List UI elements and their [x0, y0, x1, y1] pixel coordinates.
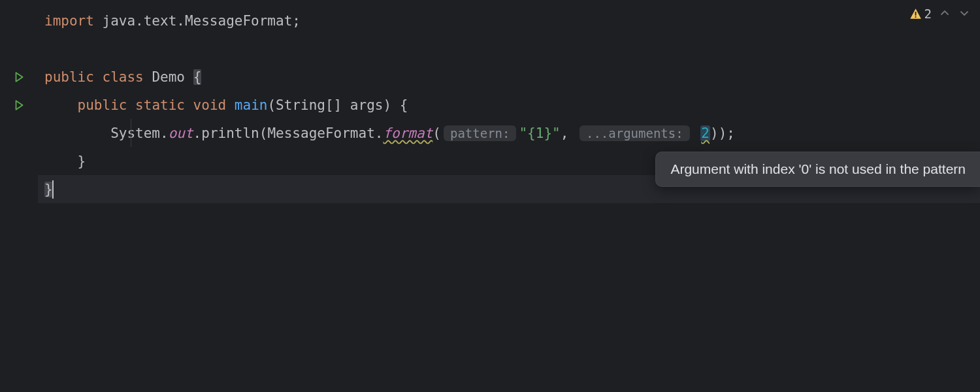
- inlay-hint[interactable]: pattern:: [444, 125, 517, 141]
- keyword: static: [135, 97, 185, 113]
- keyword: public: [44, 69, 94, 85]
- svg-rect-0: [915, 11, 916, 15]
- inspection-tooltip: Argument with index '0' is not used in t…: [655, 152, 980, 187]
- inspection-widget[interactable]: 2: [909, 7, 971, 21]
- run-method-icon[interactable]: [0, 91, 38, 119]
- code-line[interactable]: public class Demo {: [38, 63, 980, 91]
- method-call: println: [201, 125, 259, 141]
- code-text: ));: [710, 125, 735, 141]
- code-text: (String[] args) {: [267, 97, 408, 113]
- gutter-row: [0, 119, 38, 147]
- static-field: out: [169, 125, 193, 141]
- warning-indicator[interactable]: 2: [909, 7, 932, 21]
- caret: [52, 180, 54, 199]
- keyword: void: [193, 97, 227, 113]
- code-text: .: [193, 125, 202, 141]
- svg-rect-1: [915, 16, 916, 18]
- gutter-row: [0, 7, 38, 35]
- prev-highlight-icon[interactable]: [938, 7, 951, 21]
- code-line[interactable]: import java.text.MessageFormat;: [38, 7, 980, 35]
- run-class-icon[interactable]: [0, 63, 38, 91]
- keyword: import: [44, 13, 94, 29]
- code-text: System.: [110, 125, 169, 141]
- indent-guide: [131, 119, 131, 147]
- gutter-row: [0, 175, 38, 203]
- code-line[interactable]: System.out.println(MessageFormat.format(…: [38, 119, 980, 147]
- code-line-empty[interactable]: [38, 35, 980, 63]
- method-name: main: [235, 97, 268, 113]
- keyword: class: [103, 69, 144, 85]
- string-literal: "{1}": [519, 125, 560, 141]
- brace-open: {: [193, 69, 202, 85]
- code-text: (: [433, 125, 441, 141]
- warning-icon: [909, 8, 922, 20]
- gutter-row: [0, 35, 38, 63]
- gutter-row: [0, 147, 38, 175]
- code-text: ,: [561, 125, 577, 141]
- inlay-hint[interactable]: ...arguments:: [580, 125, 690, 141]
- warning-count: 2: [924, 7, 932, 21]
- static-method: format: [383, 125, 433, 141]
- number-literal: 2: [700, 125, 710, 141]
- editor-gutter: [0, 0, 38, 392]
- code-line[interactable]: public static void main(String[] args) {: [38, 91, 980, 119]
- class-name: Demo: [152, 69, 185, 85]
- keyword: public: [78, 97, 127, 113]
- code-editor[interactable]: import java.text.MessageFormat; public c…: [0, 0, 980, 392]
- code-text: (MessageFormat.: [259, 125, 384, 141]
- brace-close: }: [78, 154, 86, 169]
- next-highlight-icon[interactable]: [958, 7, 971, 21]
- tooltip-text: Argument with index '0' is not used in t…: [670, 161, 966, 176]
- code-text: java.text.MessageFormat;: [94, 13, 301, 29]
- code-area[interactable]: import java.text.MessageFormat; public c…: [38, 0, 980, 392]
